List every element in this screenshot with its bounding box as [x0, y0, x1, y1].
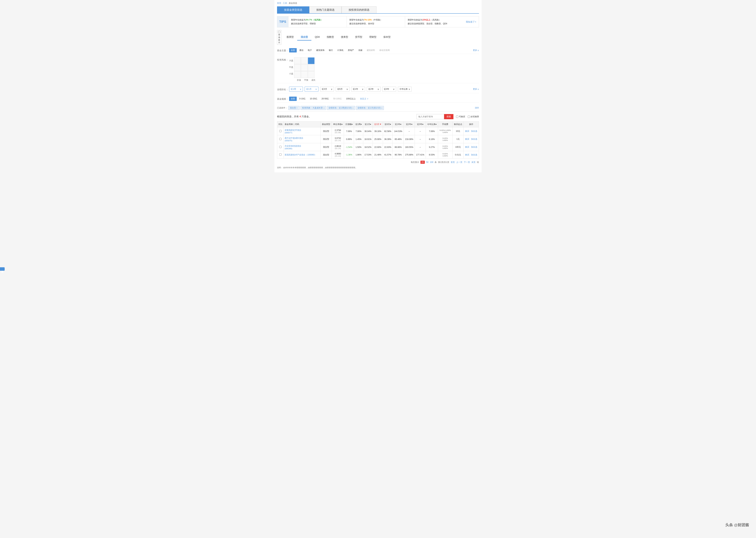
condition-tag-perf-w1-close[interactable]: × — [352, 107, 353, 109]
perf-select-y3[interactable]: 近3年 ∨ — [382, 86, 396, 92]
fund-name-1[interactable]: 农银海棠定开混合 — [285, 129, 319, 132]
tab-goal[interactable]: 按投资目的的筛选 — [342, 6, 376, 13]
style-cell-small-growth[interactable] — [308, 71, 314, 78]
search-button[interactable]: 搜索 — [444, 114, 454, 119]
th-y3[interactable]: 近3年♦ — [415, 122, 426, 127]
style-cell-small-value[interactable] — [294, 71, 301, 78]
perf-select-m6[interactable]: 近6月 ∨ — [336, 86, 350, 92]
perf-select-y1[interactable]: 近1年 ∨ — [351, 86, 365, 92]
fund-type-bond[interactable]: 债券型 — [338, 34, 351, 40]
fund-name-2[interactable]: 易方达中盘成长混合 — [285, 137, 319, 139]
theme-tag-building-material[interactable]: 建筑材料 — [365, 48, 377, 52]
style-cell-mid-balance[interactable] — [301, 64, 307, 71]
fund-code-2[interactable]: (005875) — [285, 139, 319, 142]
filter-toggle[interactable]: 筛 选 提 示 — [277, 30, 281, 45]
fund-type-index[interactable]: 指数型 — [323, 34, 338, 40]
condition-tag-perf-m1-close[interactable]: × — [381, 107, 382, 109]
add-link-4[interactable]: 加自选 — [471, 154, 477, 156]
more-perf-link[interactable]: 更多 ∨ — [473, 88, 479, 90]
buy-link-2[interactable]: 购买 — [465, 138, 469, 140]
fund-name-4[interactable]: 富国高新技术产业混合（100060） — [285, 153, 319, 156]
style-cell-large-value[interactable] — [294, 57, 301, 64]
filter-checkbox[interactable] — [278, 31, 280, 33]
th-y2[interactable]: 近2年♦ — [404, 122, 415, 127]
page-first[interactable]: 首页 — [451, 161, 455, 164]
perf-select-ytd[interactable]: 今年以来 ∨ — [398, 86, 412, 92]
theme-tag-realestate[interactable]: 房地产 — [346, 48, 356, 52]
search-input[interactable] — [416, 114, 444, 119]
theme-tag-electronics[interactable]: 电子 — [306, 48, 314, 52]
fund-code-1[interactable]: (006977) — [285, 132, 319, 134]
page-last[interactable]: 末页 — [471, 161, 475, 164]
theme-tag-all[interactable]: 全部 — [289, 48, 297, 52]
condition-tag-style-close[interactable]: × — [323, 107, 324, 109]
style-cell-large-balance[interactable] — [301, 57, 307, 64]
tab-type[interactable]: 按基金类型筛选 — [277, 6, 309, 13]
buy-link-1[interactable]: 购买 — [465, 130, 469, 132]
th-y1[interactable]: 近1年♦ — [393, 122, 404, 127]
perf-select-m3[interactable]: 近3月 ∨ — [320, 86, 334, 92]
th-ytd[interactable]: 今年以来♦ — [426, 122, 438, 127]
theme-tag-mobile-internet[interactable]: 移动互联网 — [378, 48, 392, 52]
fund-type-wealth[interactable]: 理财型 — [366, 34, 380, 40]
scale-tag-all[interactable]: 全部 — [289, 97, 297, 101]
tips-know-button[interactable]: 我知道了× — [463, 16, 479, 27]
td-w1-3: 1.50% — [354, 143, 363, 151]
fund-type-money[interactable]: 货币型 — [351, 34, 366, 40]
theme-tag-media[interactable]: 传媒 — [356, 48, 364, 52]
fund-type-capital[interactable]: 保本型 — [380, 34, 394, 40]
per-page-100[interactable]: 100 — [430, 161, 433, 163]
tab-theme[interactable]: 按热门主题筛选 — [309, 6, 342, 13]
perf-select-y2[interactable]: 近2年 ∨ — [367, 86, 381, 92]
scale-tag-custom[interactable]: 自定义 ∨ — [358, 97, 370, 101]
compare-checkbox-4[interactable] — [279, 153, 282, 156]
td-y1-4: 90.78% — [393, 151, 404, 159]
recommend-checkbox[interactable]: 好买推荐 — [468, 115, 479, 118]
scale-tag-10-20[interactable]: 10-20亿 — [308, 97, 319, 101]
add-link-1[interactable]: 加自选 — [471, 130, 477, 132]
compare-checkbox-3[interactable] — [279, 146, 282, 148]
breadcrumb-tools[interactable]: 工具 — [283, 2, 287, 4]
theme-tag-computer[interactable]: 计算机 — [336, 48, 345, 52]
theme-tag-telecom[interactable]: 通信 — [297, 48, 305, 52]
style-cell-mid-value[interactable] — [294, 64, 301, 71]
can-buy-checkbox[interactable]: 可购买 — [456, 115, 465, 118]
theme-tag-construction-decor[interactable]: 建筑装饰 — [314, 48, 326, 52]
add-link-2[interactable]: 加自选 — [471, 138, 477, 140]
th-w1[interactable]: 近1周♦ — [354, 122, 363, 127]
th-nav[interactable]: 单位净值♦ — [332, 122, 344, 127]
buy-link-3[interactable]: 购买 — [465, 146, 469, 148]
theme-filter-row: 基金主题： 全部 通信 电子 建筑装饰 银行 计算机 房地产 传媒 建筑材料 移… — [277, 47, 479, 54]
perf-select-w1[interactable]: 近1周 ∨ — [289, 86, 303, 92]
page-prev[interactable]: 上一页 — [456, 161, 462, 164]
th-m3[interactable]: 近3月▼ — [373, 122, 383, 127]
buy-link-4[interactable]: 购买 — [465, 154, 469, 156]
breadcrumb-home[interactable]: 首页 — [277, 2, 281, 4]
style-cell-mid-growth[interactable] — [308, 64, 314, 71]
compare-checkbox-2[interactable] — [279, 138, 282, 140]
td-m1-1: 30.04% — [363, 127, 373, 135]
style-cell-large-growth[interactable] — [308, 57, 314, 64]
perf-select-m1[interactable]: 近1月 ∨ — [305, 86, 318, 92]
compare-checkbox-1[interactable] — [279, 130, 282, 132]
th-m6[interactable]: 近6月♦ — [383, 122, 393, 127]
scale-tag-0-10[interactable]: 0-10亿 — [297, 97, 307, 101]
fund-name-3[interactable]: 兴业安保优选混合 — [285, 144, 319, 147]
more-themes-link[interactable]: 更多 ∨ — [473, 49, 479, 52]
th-m1[interactable]: 近1月♦ — [363, 122, 373, 127]
page-next[interactable]: 下一页 — [464, 161, 470, 164]
scale-tag-20-50[interactable]: 20-50亿 — [320, 97, 331, 101]
fund-type-stock[interactable]: 股票型 — [283, 34, 297, 40]
th-daily[interactable]: 日涨幅♦ — [344, 122, 354, 127]
fund-type-qdii[interactable]: QDII — [311, 34, 323, 40]
clear-conditions-link[interactable]: 清空 — [475, 106, 479, 109]
theme-tag-bank[interactable]: 银行 — [327, 48, 335, 52]
per-page-50[interactable]: 50 — [426, 161, 428, 163]
fund-code-3[interactable]: (006366) — [285, 147, 319, 150]
add-link-3[interactable]: 加自选 — [471, 146, 477, 148]
style-cell-small-balance[interactable] — [301, 71, 307, 78]
td-y3-2: – — [415, 135, 426, 143]
td-name-4: 富国高新技术产业混合（100060） — [284, 151, 321, 159]
fund-type-mixed[interactable]: 混合型 — [297, 34, 311, 40]
scale-tag-100plus[interactable]: 100亿以上 — [344, 97, 357, 101]
